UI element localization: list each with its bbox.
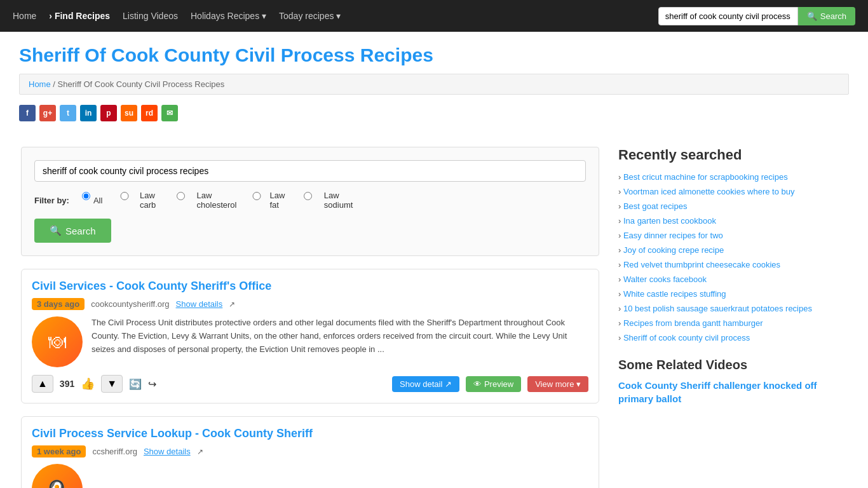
recent-search-link-11[interactable]: Sheriff of cook county civil process [623,333,750,342]
filter-all[interactable]: All [82,192,102,209]
result-meta-1: 3 days ago cookcountysheriff.org Show de… [32,298,588,310]
social-stumbleupon[interactable]: su [121,105,137,121]
show-detail-button-1[interactable]: Show detail ↗ [392,376,459,392]
result-domain-1: cookcountysheriff.org [91,299,169,309]
nav-search-input[interactable] [658,7,798,25]
thumbs-up-icon-1[interactable]: 👍 [81,377,95,391]
share-icon-1[interactable]: ↪ [148,378,156,390]
recipe-icon-1: 🍽 [48,332,66,353]
result-badge-2: 1 week ago [32,445,86,458]
vote-up-button-1[interactable]: ▲ [32,375,53,393]
refresh-icon-1[interactable]: 🔄 [129,378,142,390]
breadcrumb: Home / Sheriff Of Cook County Civil Proc… [19,74,849,95]
social-linkedin[interactable]: in [80,105,97,121]
list-item: Ina garten best cookbook [618,216,847,226]
recent-search-link-10[interactable]: Recipes from brenda gantt hamburger [623,318,763,328]
filter-law-cholesterol[interactable]: Law cholesterol [168,191,236,210]
nav-today-recipes[interactable]: Today recipes [279,11,341,21]
list-item: Easy dinner recipes for two [618,231,847,240]
list-item: Best cricut machine for scrapbooking rec… [618,172,847,182]
result-thumb-1: 🍽 [32,316,83,367]
result-card-1: Civil Services - Cook County Sheriff's O… [21,269,599,403]
social-reddit[interactable]: rd [141,105,158,121]
result-domain-2: ccsheriff.org [92,447,137,456]
list-item: Recipes from brenda gantt hamburger [618,318,847,328]
external-link-icon-2: ↗ [197,447,203,456]
page-title: Sheriff Of Cook County Civil Process Rec… [19,44,849,66]
main-content: Filter by: All Law carb Law cholesterol … [21,147,599,488]
recently-searched-title: Recently searched [618,147,847,163]
view-more-button-1[interactable]: View more [527,376,588,392]
recent-search-link-8[interactable]: White castle recipes stuffing [623,289,726,299]
social-icons-bar: f g+ t in p su rd ✉ [19,105,849,121]
eye-icon-1: 👁 [473,379,482,389]
result-title-1: Civil Services - Cook County Sheriff's O… [32,280,588,293]
filter-law-carb[interactable]: Law carb [112,191,158,210]
search-btn-icon: 🔍 [50,225,62,236]
external-link-icon-1: ↗ [229,300,235,309]
nav-holidays-recipes[interactable]: Holidays Recipes [191,11,266,21]
nav-find-recipes[interactable]: Find Recipes [49,11,110,21]
result-link-1[interactable]: Civil Services - Cook County Sheriff's O… [32,280,271,292]
list-item: Joy of cooking crepe recipe [618,245,847,255]
list-item: 10 best polish sausage sauerkraut potato… [618,304,847,313]
vote-count-1: 391 [60,379,74,389]
nav-search-form: 🔍 Search [658,7,855,25]
related-video-link[interactable]: Cook County Sheriff challenger knocked o… [618,380,817,404]
filter-law-sodiumt[interactable]: Law sodiumt [295,191,353,210]
result-meta-2: 1 week ago ccsheriff.org Show details ↗ [32,445,588,458]
recent-search-link-6[interactable]: Red velvet thumbprint cheesecake cookies [623,260,780,269]
search-icon: 🔍 [807,11,817,21]
result-body-2: 🍳 [32,464,588,488]
related-videos-title: Some Related Videos [618,358,847,372]
list-item: White castle recipes stuffing [618,289,847,299]
external-icon-1: ↗ [445,379,452,389]
result-card-2: Civil Process Service Lookup - Cook Coun… [21,416,599,488]
nav-search-button[interactable]: 🔍 Search [798,7,855,25]
search-input[interactable] [34,160,586,182]
search-btn-label: Search [65,226,96,236]
filter-label: Filter by: [34,196,69,205]
breadcrumb-current: Sheriff Of Cook County Civil Process Rec… [58,79,225,89]
recent-search-link-9[interactable]: 10 best polish sausage sauerkraut potato… [623,304,812,313]
result-show-details-1[interactable]: Show details [176,299,223,309]
social-email[interactable]: ✉ [161,105,178,121]
recent-search-link-3[interactable]: Ina garten best cookbook [623,216,716,226]
result-badge-1: 3 days ago [32,298,85,310]
list-item: Sheriff of cook county civil process [618,333,847,342]
vote-down-button-1[interactable]: ▼ [101,375,123,393]
result-show-details-2[interactable]: Show details [144,447,191,456]
recent-search-link-4[interactable]: Easy dinner recipes for two [623,231,723,240]
recent-search-link-0[interactable]: Best cricut machine for scrapbooking rec… [623,172,788,182]
social-googleplus[interactable]: g+ [39,105,56,121]
social-twitter[interactable]: t [60,105,76,121]
search-box: Filter by: All Law carb Law cholesterol … [21,147,599,256]
list-item: Best goat recipes [618,201,847,211]
list-item: Voortman iced almonette cookies where to… [618,187,847,196]
recent-search-link-7[interactable]: Walter cooks facebook [623,274,707,284]
list-item: Red velvet thumbprint cheesecake cookies [618,260,847,269]
main-nav: Home Find Recipes Listing Videos Holiday… [0,0,868,32]
nav-listing-videos[interactable]: Listing Videos [123,11,178,21]
result-link-2[interactable]: Civil Process Service Lookup - Cook Coun… [32,427,313,440]
recently-searched-list: Best cricut machine for scrapbooking rec… [618,172,847,342]
result-body-1: 🍽 The Civil Process Unit distributes pro… [32,316,588,367]
recipe-icon-2: 🍳 [46,479,69,489]
nav-home[interactable]: Home [13,11,36,21]
list-item: Walter cooks facebook [618,274,847,284]
result-description-1: The Civil Process Unit distributes prote… [92,316,588,367]
result-actions-1: ▲ 391 👍 ▼ 🔄 ↪ Show detail ↗ 👁 Preview Vi… [32,375,588,393]
result-title-2: Civil Process Service Lookup - Cook Coun… [32,427,588,440]
breadcrumb-home[interactable]: Home [29,79,51,89]
social-facebook[interactable]: f [19,105,36,121]
filter-law-fat[interactable]: Law fat [247,191,285,210]
filter-row: Filter by: All Law carb Law cholesterol … [34,191,586,210]
recent-search-link-1[interactable]: Voortman iced almonette cookies where to… [623,187,795,196]
search-button[interactable]: 🔍 Search [34,219,111,243]
recent-search-link-5[interactable]: Joy of cooking crepe recipe [623,245,724,255]
social-pinterest[interactable]: p [100,105,117,121]
result-thumb-2: 🍳 [32,464,83,488]
recent-search-link-2[interactable]: Best goat recipes [623,201,687,211]
sidebar: Recently searched Best cricut machine fo… [618,147,847,488]
preview-button-1[interactable]: 👁 Preview [466,376,521,392]
